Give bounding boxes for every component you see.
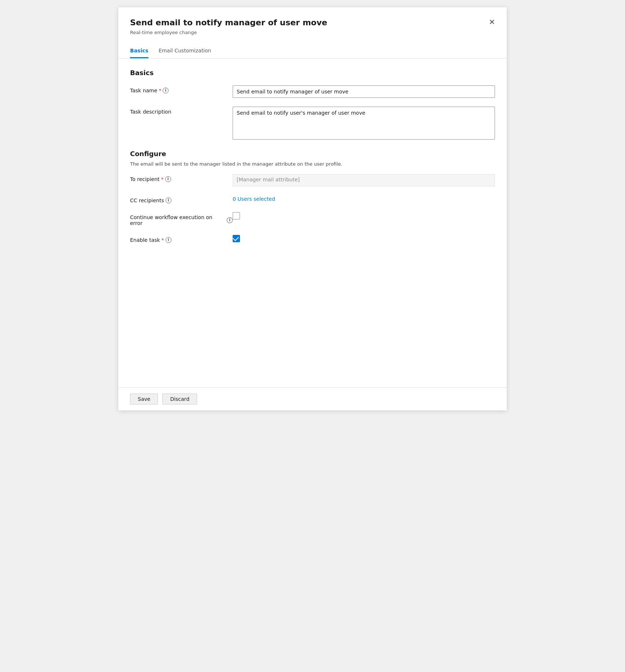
- configure-heading: Configure: [130, 150, 495, 158]
- task-description-row: Task description Send email to notify us…: [130, 107, 495, 141]
- tabs-bar: Basics Email Customization: [118, 44, 507, 59]
- cc-recipients-control: 0 Users selected: [233, 195, 495, 202]
- to-recipient-required: *: [161, 176, 164, 182]
- tab-basics[interactable]: Basics: [130, 44, 148, 58]
- to-recipient-disabled-input: [Manager mail attribute]: [233, 174, 495, 187]
- continue-workflow-row: Continue workflow execution on error i: [130, 212, 495, 226]
- enable-task-control: [233, 235, 495, 242]
- to-recipient-row: To recipient * i [Manager mail attribute…: [130, 174, 495, 187]
- to-recipient-label-container: To recipient * i: [130, 174, 233, 182]
- enable-task-info-icon[interactable]: i: [166, 237, 171, 243]
- task-description-label: Task description: [130, 109, 171, 115]
- cc-recipients-label: CC recipients: [130, 197, 164, 203]
- configure-description: The email will be sent to the manager li…: [130, 161, 495, 167]
- discard-button[interactable]: Discard: [162, 394, 197, 405]
- cc-recipients-row: CC recipients i 0 Users selected: [130, 195, 495, 203]
- task-description-textarea[interactable]: Send email to notify user's manager of u…: [233, 107, 495, 140]
- save-button[interactable]: Save: [130, 394, 158, 405]
- enable-task-label: Enable task: [130, 237, 160, 243]
- task-name-row: Task name * i: [130, 85, 495, 98]
- configure-section: Configure The email will be sent to the …: [130, 150, 495, 243]
- to-recipient-label: To recipient: [130, 176, 160, 182]
- continue-workflow-control: [233, 212, 495, 219]
- task-name-control: [233, 85, 495, 98]
- task-name-label: Task name: [130, 88, 157, 93]
- tab-email-customization[interactable]: Email Customization: [159, 44, 211, 58]
- close-icon: ✕: [489, 18, 495, 26]
- close-button[interactable]: ✕: [486, 16, 498, 28]
- continue-workflow-label: Continue workflow execution on error: [130, 214, 225, 226]
- task-name-input[interactable]: [233, 85, 495, 98]
- dialog-header: Send email to notify manager of user mov…: [118, 7, 507, 41]
- cc-recipients-link[interactable]: 0 Users selected: [233, 196, 275, 202]
- cc-recipients-info-icon[interactable]: i: [166, 197, 171, 203]
- enable-task-checkbox[interactable]: [233, 235, 240, 242]
- dialog-title: Send email to notify manager of user mov…: [130, 18, 495, 28]
- task-description-control: Send email to notify user's manager of u…: [233, 107, 495, 141]
- dialog-subtitle: Real-time employee change: [130, 30, 495, 35]
- enable-task-row: Enable task * i: [130, 235, 495, 243]
- dialog-container: Send email to notify manager of user mov…: [118, 7, 507, 410]
- basics-heading: Basics: [130, 69, 495, 77]
- enable-task-required: *: [162, 237, 164, 243]
- dialog-body: Basics Task name * i Task description Se…: [118, 59, 507, 387]
- task-name-required: *: [159, 88, 161, 93]
- task-name-label-container: Task name * i: [130, 85, 233, 93]
- continue-workflow-checkbox[interactable]: [233, 212, 240, 219]
- task-description-label-container: Task description: [130, 107, 233, 115]
- continue-workflow-label-container: Continue workflow execution on error i: [130, 212, 233, 226]
- to-recipient-control: [Manager mail attribute]: [233, 174, 495, 187]
- dialog-footer: Save Discard: [118, 387, 507, 410]
- cc-recipients-label-container: CC recipients i: [130, 195, 233, 203]
- task-name-info-icon[interactable]: i: [163, 88, 169, 93]
- to-recipient-info-icon[interactable]: i: [165, 176, 171, 182]
- enable-task-label-container: Enable task * i: [130, 235, 233, 243]
- continue-workflow-info-icon[interactable]: i: [227, 217, 233, 223]
